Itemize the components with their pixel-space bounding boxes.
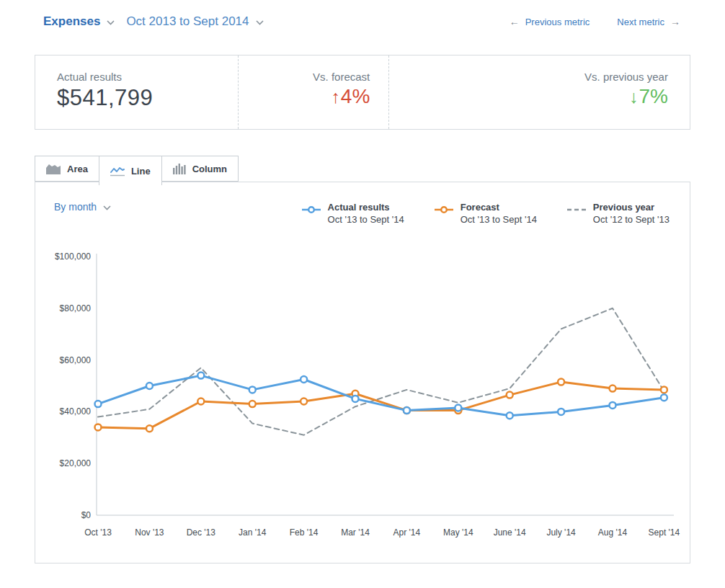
line-chart: $0$20,000$40,000$60,000$80,000$100,000Oc…	[35, 241, 690, 550]
chart-type-tabs: Area Line Column	[35, 156, 690, 185]
svg-text:$20,000: $20,000	[60, 458, 92, 468]
column-chart-icon	[173, 164, 186, 174]
svg-text:Sept '14: Sept '14	[649, 527, 680, 538]
tab-area[interactable]: Area	[35, 156, 99, 182]
date-range-label: Oct 2013 to Sept 2014	[126, 14, 249, 29]
next-metric-link[interactable]: Next metric →	[617, 16, 680, 27]
chevron-down-icon	[256, 20, 264, 25]
title-group: Expenses Oct 2013 to Sept 2014	[43, 14, 264, 29]
legend-series-name: Actual results	[328, 201, 404, 213]
previous-metric-label: Previous metric	[525, 17, 590, 27]
chevron-down-icon	[107, 20, 115, 25]
legend-series-period: Oct '13 to Sept '14	[461, 213, 537, 226]
vs-previous-year-percent: 7%	[639, 85, 668, 107]
chart-panel: By month Actual results Oct '13 to Sept …	[35, 182, 690, 564]
actual-results-value: $541,799	[57, 85, 238, 111]
line-marker-icon	[435, 204, 453, 226]
right-arrow-icon: →	[670, 16, 680, 27]
svg-text:Nov '13: Nov '13	[135, 527, 164, 538]
tab-line-label: Line	[131, 166, 151, 177]
svg-text:June '14: June '14	[494, 527, 526, 538]
legend-series-name: Forecast	[461, 201, 537, 213]
chart-legend: Actual results Oct '13 to Sept '14 Forec…	[302, 201, 670, 226]
next-metric-label: Next metric	[617, 17, 664, 27]
group-by-label: By month	[54, 201, 97, 213]
legend-text: Previous year Oct '12 to Sept '13	[593, 201, 670, 226]
legend-item-previous-year: Previous year Oct '12 to Sept '13	[567, 201, 670, 226]
svg-text:$100,000: $100,000	[55, 251, 91, 262]
legend-text: Forecast Oct '13 to Sept '14	[461, 201, 537, 226]
legend-series-name: Previous year	[593, 201, 670, 213]
legend-series-period: Oct '12 to Sept '13	[593, 213, 670, 226]
svg-text:Apr '14: Apr '14	[393, 527, 421, 538]
left-arrow-icon: ←	[510, 16, 520, 27]
vs-previous-year-card: Vs. previous year ↓7%	[388, 55, 690, 129]
previous-metric-link[interactable]: ← Previous metric	[510, 16, 590, 27]
summary-panel: Actual results $541,799 Vs. forecast ↑4%…	[35, 55, 690, 130]
chart-controls: By month Actual results Oct '13 to Sept …	[35, 182, 690, 226]
svg-text:Jan '14: Jan '14	[239, 527, 267, 538]
vs-previous-year-label: Vs. previous year	[389, 71, 668, 83]
legend-text: Actual results Oct '13 to Sept '14	[328, 201, 404, 226]
vs-previous-year-value: ↓7%	[389, 85, 668, 108]
vs-forecast-percent: 4%	[341, 85, 370, 107]
svg-text:Feb '14: Feb '14	[290, 527, 319, 538]
svg-text:Oct '13: Oct '13	[84, 527, 112, 538]
area-chart-icon	[46, 164, 61, 174]
svg-text:$60,000: $60,000	[60, 355, 92, 365]
legend-item-forecast: Forecast Oct '13 to Sept '14	[435, 201, 537, 226]
tab-line[interactable]: Line	[99, 156, 162, 185]
tab-column[interactable]: Column	[161, 156, 239, 182]
group-by-dropdown[interactable]: By month	[54, 201, 111, 213]
tab-column-label: Column	[192, 164, 227, 174]
page-title: Expenses	[43, 14, 100, 29]
svg-text:Aug '14: Aug '14	[598, 527, 628, 538]
legend-item-actual-results: Actual results Oct '13 to Sept '14	[302, 201, 404, 226]
vs-forecast-card: Vs. forecast ↑4%	[238, 55, 388, 129]
dashed-line-icon	[567, 204, 586, 226]
svg-text:July '14: July '14	[546, 527, 576, 538]
svg-text:$40,000: $40,000	[60, 406, 92, 416]
actual-results-card: Actual results $541,799	[35, 55, 238, 129]
up-arrow-icon: ↑	[331, 86, 340, 107]
legend-series-period: Oct '13 to Sept '14	[328, 213, 404, 226]
svg-text:$80,000: $80,000	[60, 303, 92, 313]
metric-nav: ← Previous metric Next metric →	[510, 16, 680, 27]
tab-area-label: Area	[67, 164, 88, 174]
actual-results-label: Actual results	[57, 71, 238, 83]
svg-text:Dec '13: Dec '13	[187, 527, 216, 538]
expenses-report-page: Expenses Oct 2013 to Sept 2014 ← Previou…	[0, 0, 725, 564]
metric-selector[interactable]: Expenses	[43, 14, 115, 29]
svg-text:$0: $0	[81, 510, 92, 520]
down-arrow-icon: ↓	[629, 86, 639, 107]
vs-forecast-label: Vs. forecast	[239, 71, 370, 83]
line-chart-icon	[110, 166, 125, 177]
svg-text:Mar '14: Mar '14	[341, 527, 370, 538]
chevron-down-icon	[103, 205, 111, 210]
date-range-selector[interactable]: Oct 2013 to Sept 2014	[126, 14, 263, 29]
line-marker-icon	[302, 204, 321, 226]
vs-forecast-value: ↑4%	[239, 85, 370, 108]
header: Expenses Oct 2013 to Sept 2014 ← Previou…	[0, 0, 725, 29]
svg-text:May '14: May '14	[443, 527, 473, 538]
